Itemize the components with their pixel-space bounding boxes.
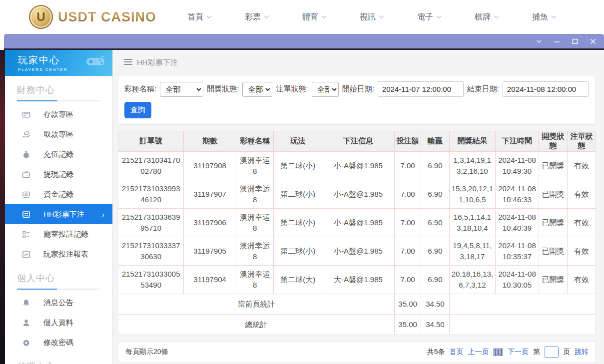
table-cell: 7.00: [394, 151, 421, 180]
window-minimize-icon[interactable]: [553, 37, 561, 45]
table-cell: 31197906: [184, 208, 236, 237]
chevron-down-icon: [264, 14, 269, 20]
hall-icon: [22, 230, 30, 239]
nav-item-3[interactable]: 視訊: [360, 12, 384, 22]
start-date-label: 開始日期:: [342, 84, 374, 94]
table-cell: 已開獎: [539, 151, 567, 180]
nav-item-0[interactable]: 首頁: [187, 12, 212, 22]
recharge-icon: [22, 150, 30, 159]
order-status-label: 注單狀態:: [276, 84, 308, 94]
chevron-right-icon: ›: [102, 210, 104, 219]
table-cell: 2152173103300553490: [118, 265, 184, 294]
sidebar-item-label: 取款專區: [43, 130, 73, 139]
sidebar-item-HH彩票下注[interactable]: HH彩票下注›: [5, 204, 112, 224]
table-cell: 已開獎: [539, 237, 567, 265]
sidebar-section-title: 代理中心: [17, 361, 112, 364]
sidebar-section-title: 財務中心: [17, 84, 112, 96]
sidebar-item-充值記錄[interactable]: 充值記錄: [5, 144, 112, 164]
hamburger-icon[interactable]: [124, 58, 132, 67]
sidebar-item-消息公告[interactable]: 消息公告: [5, 293, 112, 313]
sidebar-banner: 玩家中心 PLAYERS CENTER: [5, 50, 112, 76]
table-cell: 澳洲幸运8: [236, 208, 273, 237]
report-icon: [22, 250, 30, 259]
jump-button[interactable]: 跳转: [575, 348, 589, 357]
lottery-name-select[interactable]: 全部: [160, 82, 203, 97]
top-navigation: 首頁彩票體育視訊電子棋牌捕魚: [187, 12, 557, 22]
brand-name: USDT CASINO: [58, 9, 156, 25]
prev-page-link[interactable]: 上一页: [468, 348, 489, 357]
sidebar-item-修改密碼[interactable]: 修改密碼: [5, 333, 112, 353]
table-row: 215217310341700278031197908澳洲幸运8第二球(小)小-…: [118, 151, 596, 180]
sidebar-item-提現記錄[interactable]: 提現記錄: [5, 164, 112, 184]
nav-item-1[interactable]: 彩票: [245, 12, 269, 22]
cashout-icon: [22, 170, 30, 179]
table-cell: 已開獎: [539, 265, 567, 294]
funds-icon: [22, 190, 30, 199]
table-cell: 1,3,14,19,13,2,16,10: [449, 151, 496, 180]
table-row: 215217310330055349031197904澳洲幸运8第二球(大)大-…: [118, 265, 596, 294]
column-header: 下注時間: [496, 131, 539, 151]
sidebar-item-取款專區[interactable]: 取款專區: [5, 124, 112, 144]
current-page-badge: [1]: [493, 348, 503, 356]
next-page-link[interactable]: 下一页: [508, 348, 529, 357]
summary-row: 當前頁統計35.0034.50: [118, 294, 596, 314]
draw-status-select[interactable]: 全部: [242, 82, 272, 97]
table-cell: 31197904: [184, 265, 236, 294]
table-cell: 澳洲幸运8: [236, 265, 273, 294]
start-date-input[interactable]: [378, 81, 464, 97]
column-header: 玩法: [274, 131, 322, 151]
nav-item-label: 彩票: [245, 12, 261, 22]
first-page-link[interactable]: 首页: [449, 348, 463, 357]
window-collapse-icon[interactable]: [535, 37, 543, 45]
sidebar-item-廳室投註記錄[interactable]: 廳室投註記錄: [5, 224, 112, 244]
sidebar-section-title: 個人中心: [17, 272, 112, 284]
column-header: 注單狀態: [568, 131, 596, 151]
table-cell: 6.90: [421, 151, 449, 180]
column-header: 彩種名稱: [236, 131, 273, 151]
table-cell: 2152173103363995710: [118, 208, 184, 237]
withdraw-icon: [22, 130, 30, 139]
deposit-icon: [22, 110, 30, 119]
table-cell: 2152173103417002780: [118, 151, 184, 180]
window-close-icon[interactable]: [589, 37, 597, 45]
jump-page-input[interactable]: [545, 347, 559, 358]
column-header: 期數: [184, 131, 236, 151]
nav-item-4[interactable]: 電子: [417, 12, 442, 22]
chevron-down-icon: [436, 14, 442, 20]
table-row: 215217310333373063031197905澳洲幸运8第二球(小)小-…: [118, 237, 596, 265]
sidebar-item-label: 提現記錄: [43, 170, 73, 179]
sidebar-item-存款專區[interactable]: 存款專區: [5, 104, 112, 124]
nav-item-5[interactable]: 棋牌: [475, 12, 499, 22]
sidebar-item-label: 存款專區: [43, 110, 73, 119]
query-button[interactable]: 查詢: [124, 102, 151, 118]
nav-item-label: 體育: [302, 12, 318, 22]
table-cell: 31197905: [184, 237, 236, 265]
section-underline: [17, 289, 100, 290]
brand-logo[interactable]: U USDT CASINO: [29, 5, 156, 29]
table-cell: 已開獎: [539, 180, 567, 208]
end-date-input[interactable]: [503, 81, 589, 97]
summary-label: 總統計: [118, 314, 394, 335]
window-maximize-icon[interactable]: [571, 37, 579, 45]
sidebar-item-label: 修改密碼: [43, 338, 73, 348]
table-cell: 6.90: [421, 265, 449, 294]
gear-icon: [22, 339, 30, 347]
desktop-background-strip: [0, 50, 5, 364]
sidebar-item-label: 個人資料: [43, 318, 73, 328]
column-header: 投注額: [394, 131, 421, 151]
table-cell: 有效: [568, 180, 596, 208]
nav-item-2[interactable]: 體育: [302, 12, 327, 22]
sidebar-item-玩家投注報表[interactable]: 玩家投注報表: [5, 244, 112, 264]
nav-item-6[interactable]: 捕魚: [532, 12, 557, 22]
sidebar-item-資金記錄[interactable]: 資金記錄: [5, 184, 112, 204]
table-cell: 7.00: [394, 237, 421, 265]
summary-row: 總統計35.0034.50: [118, 314, 596, 335]
sidebar-item-個人資料[interactable]: 個人資料: [5, 313, 112, 333]
nav-item-label: 視訊: [360, 12, 376, 22]
total-count-text: 共5条: [427, 348, 445, 357]
order-status-select[interactable]: 全部: [312, 82, 339, 97]
sidebar: 玩家中心 PLAYERS CENTER 財務中心存款專區取款專區充值記錄提現記錄…: [5, 50, 113, 364]
table-cell: 第二球(大): [274, 265, 322, 294]
gamepad-icon: [85, 55, 105, 70]
table-cell: 15,3,20,12,11,10,6,5: [449, 180, 496, 208]
